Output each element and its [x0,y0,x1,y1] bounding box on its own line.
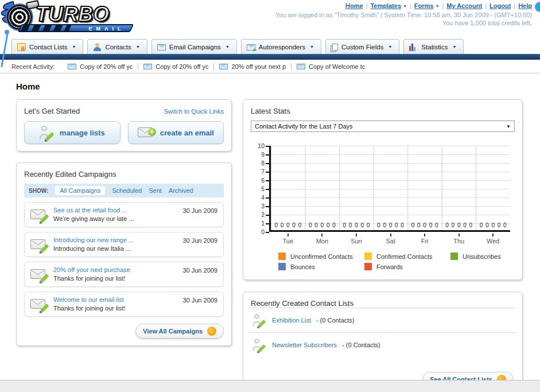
tab-contact-lists[interactable]: Contact Lists▼ [11,39,83,54]
contact-list-link[interactable]: Newsletter Subscribers [272,341,337,348]
data-point-label: 0 [360,222,364,228]
y-tick-label: 2 [261,211,265,218]
create-an-email-button[interactable]: + create an email [128,121,224,144]
data-point-label: 0 [395,222,398,228]
legend-label: Forwards [376,263,403,270]
legend-item: Unsubscribes [450,253,537,260]
y-tick-label: 1 [261,220,265,227]
chart-day-values: 00000 [476,222,510,228]
campaign-subject: Introducing our new Italia ... [53,244,134,253]
data-point-label: 0 [377,222,380,228]
nav-link-forms[interactable]: Forms [414,2,434,9]
data-point-label: 0 [485,222,489,228]
tab-statistics[interactable]: Statistics▼ [403,39,464,54]
campaign-row[interactable]: 20% off your next purchase Thanks for jo… [24,262,224,287]
recent-activity-item[interactable]: Copy of 20% off yc [138,63,214,70]
x-tick-label: Thu [442,234,476,244]
contact-list-count: - (0 Contacts) [342,341,380,348]
campaign-title-link[interactable]: 20% off your next purchase [53,266,130,274]
campaigns-panel-title: Recently Edited Campaigns [24,170,224,178]
legend-label: Unsubscribes [463,253,501,260]
manage-lists-button[interactable]: manage lists [24,121,121,144]
recent-activity-item[interactable]: Copy of 20% off yc [63,63,138,70]
campaign-filter-bar: SHOW: All Campaigns Scheduled Sent Archi… [24,184,224,197]
legend-swatch [278,253,286,260]
nav-link-help[interactable]: Help [518,2,532,9]
data-point-label: 0 [367,222,370,228]
nav-link-templates[interactable]: Templates [370,2,401,9]
data-point-label: 0 [498,222,501,228]
data-point-label: 0 [281,222,284,228]
y-tick-label: 9 [261,151,265,158]
campaign-title-link[interactable]: See us at the retail food ... [53,206,134,215]
chart-legend: Unconfirmed ContactsConfirmed ContactsUn… [278,253,510,270]
x-tick-mark [459,234,460,236]
data-point-label: 0 [274,222,278,228]
data-point-label: 0 [491,222,495,228]
data-point-label: 0 [417,222,421,228]
y-tick-mark [266,232,269,233]
view-all-campaigns-button[interactable]: View All Campaigns → [135,324,224,339]
legend-swatch [450,253,458,260]
chevron-down-icon: ▼ [388,45,392,49]
recent-activity-item[interactable]: 20% off your next p [214,63,292,70]
chart-day-values: 00000 [339,222,374,228]
campaign-title-link[interactable]: Welcome to our email list [53,296,125,304]
chart-day-values: 00000 [374,222,408,228]
tab-custom-fields[interactable]: Custom Fields▼ [325,39,399,54]
data-point-label: 0 [298,222,302,228]
data-point-label: 0 [411,222,415,228]
logo-bar: EMAIL [18,24,134,32]
footer-strip [0,381,540,392]
campaign-row[interactable]: Welcome to our email list Thanks for joi… [24,292,224,317]
x-tick-label: Tue [271,234,305,244]
filter-sent[interactable]: Sent [149,187,162,194]
tab-email-campaigns[interactable]: Email Campaigns▼ [151,39,237,54]
legend-swatch [364,263,372,270]
stats-period-select[interactable]: Contact Activity for the Last 7 Days ▼ [251,121,515,132]
templates-dropdown-arrow[interactable]: ▼ [403,4,407,8]
latest-stats-panel: Latest Stats Contact Activity for the La… [243,99,523,280]
chevron-down-icon: ▼ [72,45,76,49]
nav-link-logout[interactable]: Logout [490,2,511,9]
data-point-label: 0 [457,222,461,228]
campaign-row[interactable]: See us at the retail food ... We're givi… [24,202,224,227]
contact-list-edit-icon [252,314,266,327]
top-nav: Home|Templates▼|Forms▼|My Account|Logout… [275,2,532,9]
contact-list-link[interactable]: Exhibition List [272,317,311,324]
x-tick-label: Sat [374,234,408,244]
custom-fields-icon [332,44,338,51]
campaign-date: 30 Jun 2009 [182,296,217,304]
see-all-contact-lists-button[interactable]: See All Contact Lists → [422,372,514,381]
tab-autoresponders[interactable]: Autoresponders▼ [241,39,321,54]
recent-activity-item[interactable]: Copy of Welcome tc [292,63,370,70]
campaign-row[interactable]: Introducing our new range ... Introducin… [24,232,224,257]
x-tick-mark [288,234,289,236]
contact-list-edit-icon [252,339,266,351]
switch-to-quick-links[interactable]: Switch to Quick Links [164,108,224,115]
chart-day-values: 00000 [305,222,340,228]
chevron-down-icon: ▼ [226,45,230,49]
filter-all-campaigns[interactable]: All Campaigns [55,186,105,195]
campaign-title-link[interactable]: Introducing our new range ... [53,236,134,244]
app-window: TURBO EMAIL Home|Templates▼|Forms▼|My Ac… [0,0,540,381]
nav-link-home[interactable]: Home [345,2,363,9]
forms-dropdown-arrow[interactable]: ▼ [435,4,439,8]
x-tick-label: Fri [407,234,442,244]
tab-contacts[interactable]: Contacts▼ [87,39,147,54]
legend-item: Forwards [364,263,450,270]
header: TURBO EMAIL Home|Templates▼|Forms▼|My Ac… [0,0,540,38]
data-point-label: 0 [480,222,483,228]
x-tick-mark [424,234,425,236]
filter-scheduled[interactable]: Scheduled [112,187,142,194]
contact-list-row[interactable]: Newsletter Subscribers - (0 Contacts) [251,332,515,357]
statistics-icon [409,43,418,51]
page-title: Home [16,81,523,91]
contact-list-row[interactable]: Exhibition List - (0 Contacts) [251,308,515,332]
campaign-date: 30 Jun 2009 [182,266,217,274]
data-point-label: 0 [321,222,324,228]
filter-archived[interactable]: Archived [169,187,193,194]
x-tick-mark [321,234,323,236]
nav-link-my-account[interactable]: My Account [446,2,482,9]
data-point-label: 0 [503,222,507,228]
